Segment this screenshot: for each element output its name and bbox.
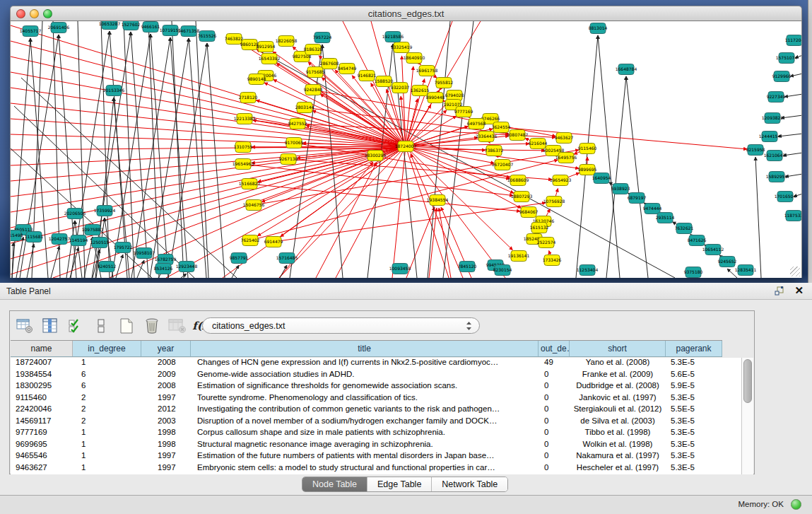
graph-node[interactable]: 8186328: [304, 45, 323, 55]
graph-node[interactable]: 3624554: [492, 122, 511, 133]
table-row[interactable]: 1830029562008Estimation of significance …: [11, 381, 742, 393]
graph-node[interactable]: 18300295: [365, 151, 387, 161]
graph-node[interactable]: 9170065: [285, 138, 304, 148]
close-panel-icon[interactable]: ✕: [794, 285, 804, 296]
graph-node[interactable]: 12923448: [176, 262, 198, 272]
graph-node[interactable]: 1250515: [90, 238, 110, 248]
clear-row-selection-icon[interactable]: [90, 316, 112, 336]
graph-node[interactable]: 8813014: [589, 23, 608, 34]
graph-node[interactable]: 9466161: [141, 22, 160, 33]
graph-node[interactable]: 17016504: [775, 192, 796, 202]
table-row[interactable]: 1872400712008Changes of HCN gene express…: [11, 358, 742, 370]
graph-node[interactable]: 6497568: [467, 119, 486, 129]
network-window-titlebar[interactable]: citations_edges.txt: [10, 6, 802, 21]
graph-node[interactable]: 1145194: [69, 235, 88, 246]
graph-node[interactable]: 16495756: [555, 153, 577, 163]
table-row[interactable]: 911546021997Tourette syndrome. Phenomeno…: [11, 393, 742, 405]
network-window[interactable]: citations_edges.txt 18724007183002951938…: [10, 6, 802, 278]
graph-node[interactable]: 18640910: [404, 53, 425, 64]
graph-node[interactable]: 20691406: [48, 23, 70, 33]
graph-node[interactable]: 8454749: [338, 64, 357, 74]
select-all-rows-icon[interactable]: [65, 316, 86, 336]
graph-node[interactable]: 9129966: [772, 71, 792, 82]
graph-node[interactable]: 2803144: [295, 103, 314, 113]
scrollbar-thumb[interactable]: [743, 359, 752, 403]
graph-node[interactable]: 5938923: [611, 184, 630, 194]
graph-node[interactable]: 9684067: [519, 207, 539, 218]
graph-node[interactable]: 10958107: [134, 248, 155, 259]
graph-node[interactable]: 1615132: [530, 223, 549, 233]
window-resize-grip[interactable]: [790, 267, 800, 276]
graph-node[interactable]: 8230154: [493, 265, 512, 276]
graph-node[interactable]: 12042757: [49, 234, 71, 245]
delete-columns-icon[interactable]: [141, 316, 163, 336]
table-row[interactable]: 2242004622012Investigating the contribut…: [11, 404, 742, 416]
graph-node[interactable]: 7955812: [435, 78, 454, 88]
graph-node[interactable]: 8912954: [257, 42, 276, 52]
graph-node[interactable]: 10975887: [82, 225, 104, 235]
graph-node[interactable]: 16720407: [492, 160, 514, 170]
column-header-in_degree[interactable]: in_degree: [73, 341, 141, 356]
graph-node[interactable]: 19384554: [427, 195, 449, 206]
graph-node[interactable]: 1795722: [114, 243, 133, 253]
column-header-out_de[interactable]: △out_de…: [539, 341, 570, 356]
column-header-pagerank[interactable]: pagerank: [666, 341, 722, 356]
graph-node[interactable]: 1187533: [784, 211, 802, 221]
table-row[interactable]: 977716911998Corpus callosum shape and si…: [11, 428, 742, 440]
graph-node[interactable]: 13325419: [391, 42, 413, 53]
graph-node[interactable]: 8471626: [688, 235, 707, 246]
graph-node[interactable]: 15751074: [776, 53, 798, 64]
graph-node[interactable]: 10093458: [389, 264, 411, 274]
graph-node[interactable]: 18226058: [276, 36, 298, 47]
graph-node[interactable]: 19136141: [508, 251, 530, 262]
graph-node[interactable]: 9245652: [718, 257, 737, 267]
table-row[interactable]: 1938455462009Genome-wide association stu…: [11, 370, 742, 382]
minimize-window-button[interactable]: [30, 9, 39, 18]
graph-node[interactable]: 10756928: [543, 197, 565, 207]
graph-node[interactable]: 2522574: [537, 238, 556, 248]
graph-node[interactable]: 9146821: [358, 71, 377, 81]
graph-node[interactable]: 17359924: [94, 206, 116, 216]
graph-node[interactable]: 14055717: [20, 26, 42, 37]
graph-node[interactable]: 6879197: [628, 193, 647, 204]
table-settings-icon[interactable]: [14, 316, 35, 336]
graph-node[interactable]: 7615526: [198, 31, 217, 42]
citation-network-graph[interactable]: 1872400718300295193845547463822986012889…: [11, 21, 802, 278]
graph-node[interactable]: 8534126: [154, 264, 173, 274]
graph-node[interactable]: 1527602: [122, 21, 141, 30]
graph-node[interactable]: 10807487: [507, 130, 529, 141]
memory-status-indicator[interactable]: [791, 499, 801, 510]
graph-node[interactable]: 18724007: [395, 141, 417, 152]
create-new-column-icon[interactable]: [116, 316, 137, 336]
graph-node[interactable]: 9227349: [767, 92, 786, 103]
graph-node[interactable]: 15166827: [239, 179, 261, 189]
graph-node[interactable]: 12835411: [735, 265, 757, 276]
graph-node[interactable]: 2935114: [656, 213, 675, 223]
graph-node[interactable]: 12213383: [234, 114, 256, 124]
graph-node[interactable]: 19218586: [382, 32, 404, 42]
graph-node[interactable]: 9463627: [555, 133, 574, 144]
graph-node[interactable]: 16543392: [259, 54, 281, 64]
graph-node[interactable]: 20153346: [103, 86, 125, 96]
graph-node[interactable]: 12093822: [762, 113, 784, 124]
graph-node[interactable]: 7632621: [675, 223, 694, 234]
graph-node[interactable]: 7625402: [241, 235, 260, 246]
tab-network-table[interactable]: Network Table: [432, 477, 507, 491]
graph-node[interactable]: 12444154: [759, 132, 781, 142]
graph-node[interactable]: 7386372: [485, 146, 504, 156]
graph-node[interactable]: 9175685: [306, 67, 325, 78]
graph-node[interactable]: 9115460: [578, 144, 597, 154]
graph-node[interactable]: 6914479: [264, 237, 283, 247]
column-header-year[interactable]: year: [141, 341, 191, 356]
graph-node[interactable]: 9242848: [304, 85, 323, 95]
column-chooser-icon[interactable]: [40, 316, 61, 336]
graph-node[interactable]: 1640954: [592, 173, 611, 184]
network-canvas[interactable]: 1872400718300295193845547463822986012889…: [10, 21, 802, 278]
graph-node[interactable]: 7845120: [458, 262, 477, 272]
graph-node[interactable]: 8990448: [426, 93, 445, 103]
table-row[interactable]: 969969511998Structural magnetic resonanc…: [11, 440, 742, 452]
float-panel-icon[interactable]: [775, 286, 784, 296]
graph-node[interactable]: 9375180: [684, 267, 703, 278]
graph-node[interactable]: 16210643: [764, 151, 786, 161]
graph-node[interactable]: 1310755: [234, 142, 253, 153]
